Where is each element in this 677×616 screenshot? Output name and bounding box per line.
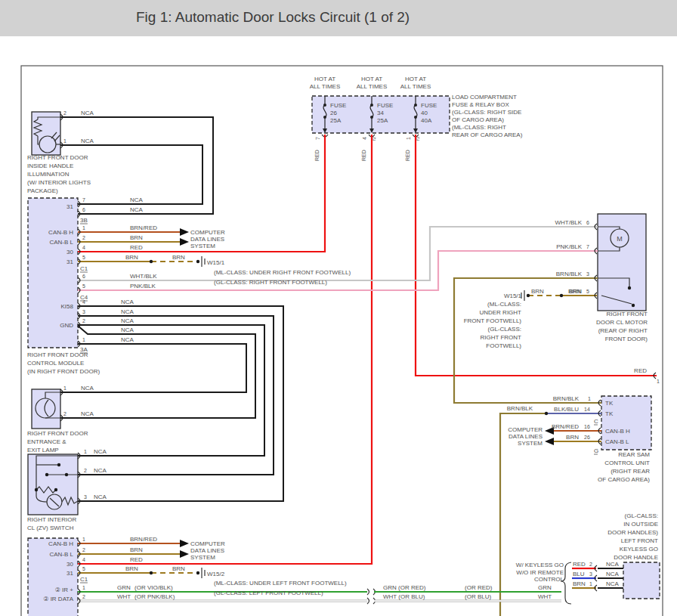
diagram-label: RED (314, 150, 320, 161)
diagram-label: SYSTEM (190, 243, 215, 249)
diagram-label: 34 (377, 110, 384, 116)
diagram-label: 2 (82, 547, 85, 553)
figure-title-bar: Fig 1: Automatic Door Locks Circuit (1 o… (0, 0, 677, 36)
diagram-label: (GL-CLASS: RIGHT SIDE (452, 109, 521, 116)
diagram-label: 2 (589, 562, 592, 567)
diagram-label: (OR VIO/BLK) (134, 584, 173, 591)
diagram-label: (IN RIGHT FRONT DOOR) (27, 368, 100, 375)
diagram-label: 1 (82, 337, 85, 342)
junction-dot (54, 488, 57, 491)
diagram-label: WHT (117, 593, 131, 600)
diagram-label: 6 (586, 220, 589, 225)
diagram-label: 6 (82, 207, 85, 212)
diagram-label: NCA (81, 410, 94, 417)
diagram-label: DATA LINES (190, 547, 224, 554)
diagram-label: f2 (372, 136, 376, 141)
diagram-label: BRN/BLK (556, 271, 583, 277)
diagram-label: BRN/RED (130, 224, 157, 231)
diagram-label: EXIT LAMP (27, 447, 59, 453)
diagram-label: ALL TIMES (310, 83, 340, 90)
diagram-label: M (617, 235, 623, 243)
diagram-label: RIGHT INTERIOR (27, 516, 76, 523)
diagram-label: TK (605, 400, 614, 407)
diagram-label: GRN (117, 584, 131, 591)
diagram-label: (ML-CLASS: UNDER LEFT FRONT FOOTWELL) (214, 580, 347, 587)
diagram-label: NCA (94, 448, 107, 455)
diagram-label: OF CARGO AREA) (598, 476, 650, 483)
diagram-label: KEYLESS GO (620, 546, 658, 553)
junction-dot (150, 571, 153, 574)
diagram-label: 6 (82, 274, 85, 279)
diagram-label: 1 (589, 581, 592, 587)
diagram-label: FUSE (377, 102, 393, 109)
diagram-label: 40A (421, 117, 432, 124)
diagram-label: 2 (82, 235, 85, 240)
junction-dot (196, 260, 199, 263)
diagram-label: DOOR HANDLES) (607, 529, 658, 536)
diagram-label: BRN (172, 565, 185, 572)
diagram-label: NCA (81, 110, 94, 116)
diagram-label: 1 (406, 137, 411, 140)
diagram-label: 2 (84, 468, 87, 473)
diagram-label: GRN (OR RED) (383, 584, 426, 591)
diagram-label: NCA (94, 467, 107, 474)
diagram-label: GND (60, 322, 73, 329)
diagram-label: BRN (568, 288, 581, 295)
diagram-label: NCA (130, 197, 144, 203)
diagram-label: WHT (OR BLU) (383, 593, 425, 600)
data-line-arrow (545, 438, 554, 445)
diagram-label: CAN-B L (49, 551, 73, 558)
diagram-label: ② IR DATA (43, 596, 73, 602)
junction-dot (628, 286, 631, 289)
diagram-label: CAN-B L (49, 239, 73, 246)
diagram-label: BLK/BLU (554, 406, 579, 413)
diagram-label: OF CARGO AREA) (452, 116, 504, 123)
diagram-label: RIGHT FRONT (480, 334, 521, 341)
junction-dot (35, 488, 38, 491)
diagram-label: (GL-CLASS: LEFT FRONT FOOTWELL) (214, 590, 323, 596)
diagram-label: (ML-CLASS: (487, 301, 521, 308)
diagram-label: SYSTEM (190, 554, 215, 561)
junction-dot (560, 294, 563, 297)
diagram-label: C (594, 418, 598, 425)
diagram-label: (GL-CLASS: (488, 326, 521, 333)
diagram-label: FOOTWELL) (486, 342, 521, 349)
diagram-label: W15/2 (207, 571, 225, 577)
screenshot-root: Fig 1: Automatic Door Locks Circuit (1 o… (0, 0, 677, 616)
diagram-label: LOAD COMPARTMENT (452, 94, 517, 101)
diagram-label: (OR BLU) (465, 593, 491, 600)
diagram-label: 4 (82, 299, 85, 305)
diagram-label: 26 (330, 110, 337, 116)
diagram-label: (W/ INTERIOR LIGHTS (27, 179, 91, 186)
diagram-label: BRN (172, 254, 185, 261)
diagram-label: ILLUMINATION (27, 171, 70, 178)
diagram-label: 5 (586, 289, 589, 294)
diagram-label: HOT AT (405, 76, 426, 82)
diagram-label: 3 (589, 571, 592, 577)
diagram-label: FRONT DOOR) (605, 336, 648, 342)
diagram-label: (RIGHT REAR (611, 468, 650, 475)
diagram-label: GRN (538, 584, 552, 591)
diagram-label: NCA (81, 385, 94, 392)
diagram-label: INSIDE HANDLE (27, 163, 73, 169)
diagram-label: PNK/BLK (130, 283, 156, 289)
diagram-label: 26 (584, 435, 590, 440)
diagram-label: 3 (586, 271, 589, 277)
diagram-label: ENTRANCE & (27, 438, 66, 445)
diagram-label: BRN/BLK (507, 405, 533, 412)
diagram-label: NCA (121, 308, 134, 315)
diagram-label: FUSE & RELAY BOX (452, 101, 509, 108)
diagram-label: 3B (80, 217, 88, 224)
diagram-label: RIGHT FRONT (606, 311, 648, 317)
diagram-label: NCA (94, 494, 107, 500)
diagram-label: W15/1 (207, 259, 225, 266)
diagram-label: (GL-CALSS: (625, 512, 658, 519)
diagram-label: RED (634, 367, 647, 374)
diagram-label: 4 (82, 245, 85, 250)
diagram-label: BLU (573, 571, 585, 577)
diagram-label: 25A (330, 117, 342, 124)
wire-nca-mod4-sw3 (78, 306, 283, 501)
wire-nca-mod3-sw2 (78, 316, 274, 475)
diagram-label: WHT/BLK (555, 219, 582, 226)
diagram-label: DATA LINES (509, 433, 543, 440)
